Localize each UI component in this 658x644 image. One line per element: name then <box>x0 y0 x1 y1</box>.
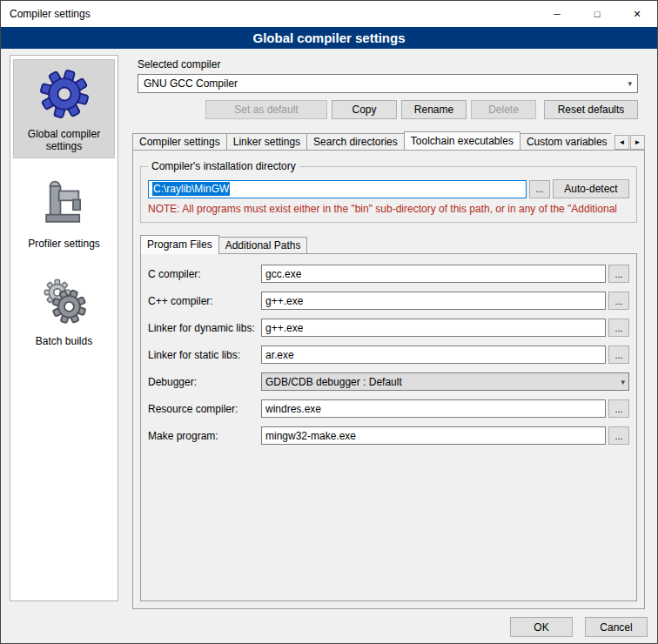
form-row-dynamic-linker: Linker for dynamic libs: g++.exe ... <box>148 319 629 337</box>
field-label: C++ compiler: <box>148 295 261 307</box>
installation-directory-value: C:\raylib\MinGW <box>152 182 230 196</box>
browse-dynamic-linker-button[interactable]: ... <box>608 319 629 337</box>
copy-button[interactable]: Copy <box>332 100 397 119</box>
field-value: ar.exe <box>265 349 294 361</box>
field-value: gcc.exe <box>265 268 301 280</box>
installation-directory-groupbox: Compiler's installation directory C:\ray… <box>140 166 637 223</box>
toolchain-executables-panel: Compiler's installation directory C:\ray… <box>132 150 645 609</box>
browse-c-compiler-button[interactable]: ... <box>608 265 629 283</box>
cpp-compiler-input[interactable]: g++.exe <box>261 292 606 310</box>
minimize-icon: ─ <box>554 9 561 19</box>
tab-custom-variables[interactable]: Custom variables <box>520 133 611 150</box>
gray-gears-icon <box>37 274 91 328</box>
browse-directory-button[interactable]: ... <box>529 180 550 198</box>
field-label: C compiler: <box>148 268 261 280</box>
tab-bar: Compiler settings Linker settings Search… <box>132 131 645 150</box>
debugger-dropdown[interactable]: GDB/CDB debugger : Default ▾ <box>261 372 629 391</box>
close-icon: ✕ <box>633 9 641 20</box>
maximize-icon: □ <box>594 9 601 19</box>
chevron-down-icon: ▾ <box>628 79 632 88</box>
make-program-input[interactable]: mingw32-make.exe <box>261 426 606 445</box>
main-panel: Selected compiler GNU GCC Compiler ▾ Set… <box>127 55 648 609</box>
form-row-resource-compiler: Resource compiler: windres.exe ... <box>148 399 629 418</box>
caption-buttons: ─ □ ✕ <box>537 1 657 27</box>
cancel-button[interactable]: Cancel <box>585 617 648 637</box>
sidebar-item-batch-builds[interactable]: Batch builds <box>13 266 115 353</box>
compiler-actions: Set as default Copy Rename Delete Reset … <box>138 100 638 119</box>
sidebar-item-label: Global compiler settings <box>16 128 112 152</box>
sidebar-item-profiler-settings[interactable]: Profiler settings <box>13 169 115 256</box>
compiler-settings-window: Compiler settings ─ □ ✕ Global compiler … <box>0 0 658 644</box>
tabs-container: Compiler settings Linker settings Search… <box>132 131 611 150</box>
ok-button[interactable]: OK <box>510 617 573 637</box>
set-as-default-button: Set as default <box>205 100 327 119</box>
sidebar-item-label: Profiler settings <box>28 238 100 250</box>
tab-search-directories[interactable]: Search directories <box>306 133 405 150</box>
form-row-c-compiler: C compiler: gcc.exe ... <box>148 265 629 283</box>
delete-button: Delete <box>471 100 536 119</box>
sidebar-item-label: Batch builds <box>36 335 92 347</box>
arrow-right-icon: ► <box>634 138 641 146</box>
selected-compiler-value: GNU GCC Compiler <box>144 77 238 90</box>
title-bar: Compiler settings ─ □ ✕ <box>1 1 657 27</box>
settings-category-sidebar: Global compiler settings Profiler settin… <box>10 55 118 601</box>
arrow-left-icon: ◄ <box>619 138 626 146</box>
tab-scroll-left-button[interactable]: ◄ <box>614 135 629 150</box>
browse-static-linker-button[interactable]: ... <box>608 345 629 364</box>
field-value: GDB/CDB debugger : Default <box>265 376 402 388</box>
selected-compiler-dropdown[interactable]: GNU GCC Compiler ▾ <box>138 74 638 93</box>
maximize-button[interactable]: □ <box>577 1 617 27</box>
resource-compiler-input[interactable]: windres.exe <box>261 399 606 418</box>
browse-make-program-button[interactable]: ... <box>608 426 629 445</box>
c-compiler-input[interactable]: gcc.exe <box>261 265 606 283</box>
close-button[interactable]: ✕ <box>617 1 657 27</box>
installation-directory-input[interactable]: C:\raylib\MinGW <box>148 180 527 198</box>
form-row-debugger: Debugger: GDB/CDB debugger : Default ▾ <box>148 372 629 391</box>
bin-subdirectory-note: NOTE: All programs must exist either in … <box>148 203 629 215</box>
tab-toolchain-executables[interactable]: Toolchain executables <box>404 131 520 150</box>
dialog-footer: OK Cancel <box>1 609 657 644</box>
sidebar-item-global-compiler-settings[interactable]: Global compiler settings <box>13 59 115 158</box>
program-files-panel: C compiler: gcc.exe ... C++ compiler: g+… <box>140 253 637 601</box>
reset-defaults-button[interactable]: Reset defaults <box>544 100 638 119</box>
tab-scroll-right-button[interactable]: ► <box>630 135 645 150</box>
dynamic-linker-input[interactable]: g++.exe <box>261 319 606 337</box>
browse-resource-compiler-button[interactable]: ... <box>608 399 629 418</box>
field-value: g++.exe <box>265 322 303 334</box>
profiler-tools-icon <box>37 177 91 231</box>
sub-tab-bar: Program Files Additional Paths <box>140 235 637 253</box>
subtab-additional-paths[interactable]: Additional Paths <box>218 237 308 253</box>
browse-cpp-compiler-button[interactable]: ... <box>608 292 629 310</box>
chevron-down-icon: ▾ <box>621 378 625 386</box>
form-row-make-program: Make program: mingw32-make.exe ... <box>148 426 629 445</box>
form-row-cpp-compiler: C++ compiler: g++.exe ... <box>148 292 629 310</box>
selected-compiler-label: Selected compiler <box>138 58 638 70</box>
field-label: Linker for dynamic libs: <box>148 322 261 334</box>
field-value: windres.exe <box>265 403 321 415</box>
minimize-button[interactable]: ─ <box>537 1 577 27</box>
form-row-static-linker: Linker for static libs: ar.exe ... <box>148 345 629 364</box>
groupbox-label: Compiler's installation directory <box>148 160 299 172</box>
subtab-program-files[interactable]: Program Files <box>140 235 219 254</box>
auto-detect-button[interactable]: Auto-detect <box>553 179 629 198</box>
static-linker-input[interactable]: ar.exe <box>261 345 606 364</box>
tab-linker-settings[interactable]: Linker settings <box>226 133 307 150</box>
field-value: mingw32-make.exe <box>265 430 356 442</box>
field-label: Resource compiler: <box>148 403 261 415</box>
dialog-body: Global compiler settings Profiler settin… <box>1 49 657 609</box>
field-label: Debugger: <box>148 376 261 388</box>
page-title: Global compiler settings <box>1 27 657 49</box>
tab-scroll-buttons: ◄ ► <box>614 135 645 150</box>
blue-gear-icon <box>37 67 91 121</box>
rename-button[interactable]: Rename <box>401 100 467 119</box>
window-title: Compiler settings <box>1 8 91 20</box>
field-label: Linker for static libs: <box>148 349 261 361</box>
field-label: Make program: <box>148 430 261 442</box>
field-value: g++.exe <box>265 295 303 307</box>
tab-compiler-settings[interactable]: Compiler settings <box>132 133 227 150</box>
